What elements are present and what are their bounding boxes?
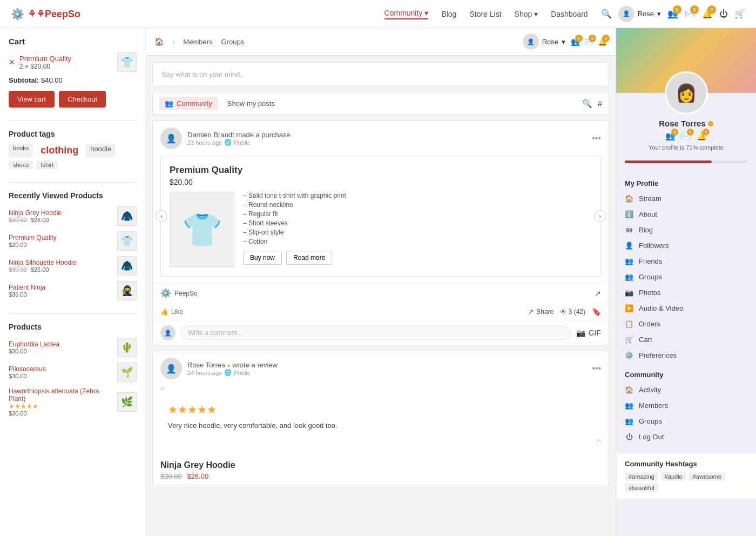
views-count: 👁 3 (42): [560, 308, 585, 316]
cart-remove-button[interactable]: ✕: [9, 58, 15, 66]
bookmark-icon[interactable]: 🔖: [592, 307, 601, 316]
tag-clothing[interactable]: clothing: [36, 144, 83, 157]
like-button[interactable]: 👍 Like: [160, 308, 183, 316]
messages-badge: 8: [690, 5, 699, 14]
nav-dashboard[interactable]: Dashboard: [551, 10, 588, 18]
nav-followers[interactable]: 👤 Followers: [616, 238, 756, 253]
nav-user-menu[interactable]: 👤 Rose ▾: [618, 6, 661, 22]
tag-shoes[interactable]: shoes: [9, 160, 33, 169]
hashtag-awesome[interactable]: #awesome: [689, 472, 725, 481]
comment-input[interactable]: Write a comment...: [181, 326, 571, 340]
nav-friends[interactable]: 👥 Friends: [616, 253, 756, 269]
center-right-area: 🏠 › Members Groups 👤 Rose ▾ 👥 8: [146, 28, 756, 536]
profile-progress-bar: [625, 160, 747, 163]
nav-activity[interactable]: 🏠 Activity: [616, 382, 756, 398]
nav-stream[interactable]: 🏠 Stream: [616, 191, 756, 206]
post-author-avatar: 👤: [160, 128, 182, 149]
rv-item-1-name[interactable]: Ninja Grey Hoodie: [9, 209, 113, 217]
community-groups-icon: 👥: [625, 417, 633, 425]
nav-notifications-button[interactable]: 🔔 2: [702, 9, 713, 19]
post-purchase: 👤 Damien Brandt made a purchase 23 hours…: [152, 120, 609, 345]
rv-item-4-thumb: 🥷: [117, 281, 137, 300]
sub-nav-messages-icon[interactable]: ✉️ 8: [584, 37, 593, 46]
hashtag-amazing[interactable]: #amazing: [625, 472, 658, 481]
sub-nav-groups[interactable]: Groups: [221, 38, 245, 46]
rv-item-2-price: $20.00: [9, 242, 113, 248]
tag-hoodie[interactable]: hoodie: [86, 144, 116, 157]
detail-6: – Cotton: [243, 238, 592, 245]
nav-messages-button[interactable]: ✉️ 8: [685, 9, 696, 19]
nav-community[interactable]: Community ▾: [384, 9, 429, 19]
profile-notifications-icon[interactable]: 🔔 2: [697, 131, 707, 141]
nav-groups[interactable]: 👥 Groups: [616, 269, 756, 285]
nav-orders[interactable]: 📋 Orders: [616, 316, 756, 332]
post-options-button[interactable]: •••: [592, 364, 601, 373]
review-content: " ★★★★★ Very nice hoodie, very comfortab…: [153, 386, 609, 454]
post-meta: Damien Brandt made a purchase 23 hours a…: [187, 131, 586, 146]
logo[interactable]: ⚙️ ⚘⚘PeepSo: [11, 8, 80, 21]
rv-divider: [9, 313, 137, 314]
notifications-badge: 2: [707, 5, 716, 14]
sub-nav-members[interactable]: Members: [183, 38, 212, 46]
nav-community-groups[interactable]: 👥 Groups: [616, 413, 756, 429]
rv-item-2-name[interactable]: Premium Quality: [9, 234, 113, 242]
nav-shop[interactable]: Shop ▾: [515, 10, 538, 18]
nav-audio-video[interactable]: ▶️ Audio & Video: [616, 300, 756, 316]
center-area: 🏠 › Members Groups 👤 Rose ▾ 👥 8: [146, 28, 616, 536]
read-more-button[interactable]: Read more: [286, 251, 332, 265]
gif-icon[interactable]: GIF: [589, 329, 601, 337]
post-header: 👤 Rose Torres ● wrote a review 24 hours …: [153, 351, 609, 386]
cart-title: Cart: [9, 37, 137, 46]
post-input-box[interactable]: Say what is on your mind..: [152, 62, 609, 86]
buy-now-button[interactable]: Buy now: [243, 251, 282, 265]
nav-members[interactable]: 👥 Members: [616, 398, 756, 413]
blog-icon: 99: [625, 227, 633, 233]
view-cart-button[interactable]: View cart: [9, 91, 55, 108]
nav-logout[interactable]: ⏻ Log Out: [616, 429, 756, 445]
product-2-name[interactable]: Pilosocereus: [9, 365, 113, 373]
showcase-prev-button[interactable]: ‹: [156, 210, 167, 222]
hashtag-audio[interactable]: #audio: [661, 472, 686, 481]
showcase-next-button[interactable]: ›: [594, 210, 606, 222]
nav-about[interactable]: ℹ️ About: [616, 206, 756, 222]
tab-show-my-posts[interactable]: Show my posts: [222, 97, 280, 110]
sub-nav-friends-icon[interactable]: 👥 8: [571, 37, 580, 46]
audio-video-icon: ▶️: [625, 304, 633, 312]
rv-item-3-name[interactable]: Ninja Silhouette Hoodie: [9, 259, 113, 266]
feed-hashtag-button[interactable]: #: [598, 99, 602, 109]
tags-section: Product tags books clothing hoodie shoes…: [9, 130, 137, 169]
feed-search-button[interactable]: 🔍: [582, 99, 592, 109]
sub-nav-user[interactable]: 👤 Rose ▾: [523, 34, 565, 50]
nav-cart[interactable]: 🛒 Cart: [616, 332, 756, 347]
rv-item-4-name[interactable]: Patient Ninja: [9, 284, 113, 291]
nav-cart-button[interactable]: 🛒: [734, 9, 745, 19]
hashtag-beautiful[interactable]: #beautiful: [625, 484, 658, 492]
nav-blog[interactable]: Blog: [441, 10, 456, 18]
profile-friends-icon[interactable]: 👥 8: [665, 131, 676, 141]
sub-notifications-badge: 2: [602, 35, 610, 42]
product-3-name[interactable]: Haworthiopsis attenuata (Zebra Plant): [9, 387, 113, 403]
share-button[interactable]: ↗ Share: [528, 308, 554, 316]
post-options-button[interactable]: •••: [592, 133, 601, 143]
sub-nav-home-icon[interactable]: 🏠: [154, 37, 164, 46]
nav-photos[interactable]: 📷 Photos: [616, 285, 756, 300]
logo-text: ⚘⚘PeepSo: [28, 8, 80, 20]
nav-search-button[interactable]: 🔍: [601, 9, 612, 19]
tab-community[interactable]: 👥 Community: [159, 97, 218, 110]
logo-icon: ⚙️: [11, 8, 24, 21]
nav-power-button[interactable]: ⏻: [719, 9, 728, 19]
camera-icon[interactable]: 📷: [576, 329, 585, 337]
nav-friends-button[interactable]: 👥 8: [667, 9, 678, 19]
nav-preferences[interactable]: ⚙️ Preferences: [616, 347, 756, 363]
share-icon[interactable]: ↗: [595, 289, 601, 298]
sub-nav-notifications-icon[interactable]: 🔔 2: [598, 37, 607, 46]
product-1-name[interactable]: Euphorbia Lactea: [9, 340, 113, 348]
tag-tshirt[interactable]: tshirt: [36, 160, 58, 169]
right-sidebar: 👩 Rose Torres 👥 8 ✉️ 8: [616, 28, 756, 536]
nav-store-list[interactable]: Store List: [469, 10, 501, 18]
profile-messages-icon[interactable]: ✉️ 8: [681, 131, 691, 141]
tag-books[interactable]: books: [9, 144, 33, 157]
checkout-button[interactable]: Checkout: [59, 91, 106, 108]
nav-blog[interactable]: 99 Blog: [616, 222, 756, 238]
preferences-icon: ⚙️: [625, 351, 633, 359]
